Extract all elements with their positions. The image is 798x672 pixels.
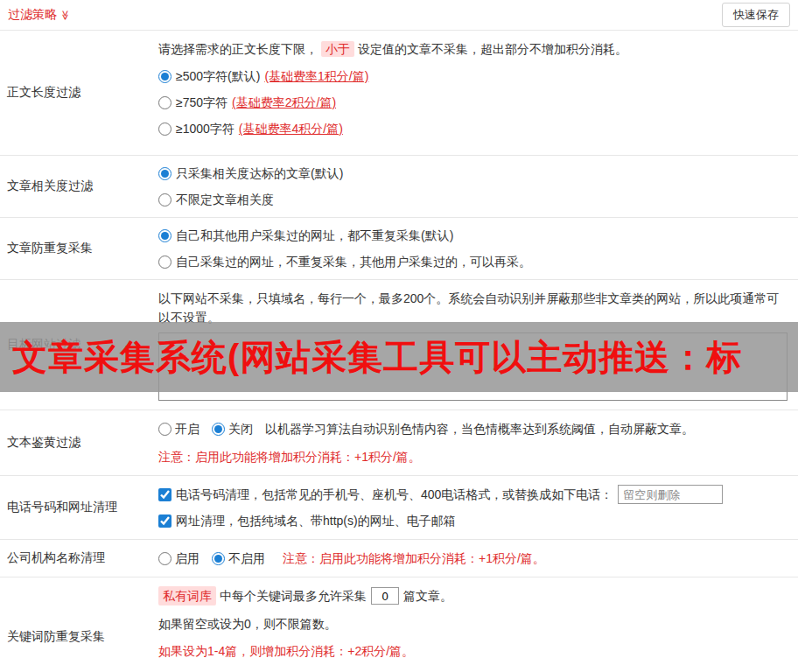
blocked-sites-textarea[interactable] (158, 332, 788, 401)
relevance-option-any-radio[interactable] (158, 193, 172, 206)
dedup-option-global-radio[interactable] (158, 229, 172, 242)
porn-filter-on-radio[interactable] (158, 423, 172, 436)
chevron-down-icon: ≫ (60, 10, 70, 20)
target-site-label: 目标网站过滤 (0, 280, 153, 410)
option-label: 不限定文章相关度 (176, 191, 274, 208)
phone-url-label: 电话号码和网址清理 (0, 476, 153, 539)
option-label: ≥750字符 (176, 94, 228, 111)
porn-filter-content: 开启 关闭 以机器学习算法自动识别色情内容，当色情概率达到系统阈值，自动屏蔽文章… (153, 410, 798, 475)
length-filter-label: 正文长度过滤 (0, 31, 153, 155)
target-site-content: 以下网站不采集，只填域名，每行一个，最多200个。系统会自动识别并屏蔽那些非文章… (153, 280, 798, 410)
desc-post: 设定值的文章不采集，超出部分不增加积分消耗。 (358, 42, 627, 56)
company-clean-content: 启用 不启用 注意：启用此功能将增加积分消耗：+1积分/篇。 (153, 540, 798, 577)
company-clean-off-radio[interactable] (212, 552, 225, 565)
section-keyword-dedup: 关键词防重复采集 私有词库 中每个关键词最多允许采集 篇文章。 如果留空或设为0… (0, 578, 798, 672)
dedup-option-global[interactable]: 自己和其他用户采集过的网址，都不重复采集(默认) (158, 227, 788, 244)
keyword-dedup-content: 私有词库 中每个关键词最多允许采集 篇文章。 如果留空或设为0，则不限篇数。 如… (153, 578, 798, 672)
company-clean-on[interactable]: 启用 (158, 549, 200, 568)
length-option-500[interactable]: ≥500字符(默认) (基础费率1积分/篇) (158, 67, 788, 85)
keyword-note-cost: 如果设为1-4篇，则增加积分消耗：+2积分/篇。 (158, 642, 788, 660)
target-site-desc: 以下网站不采集，只填域名，每行一个，最多200个。系统会自动识别并屏蔽那些非文章… (158, 289, 788, 327)
company-clean-options: 启用 不启用 注意：启用此功能将增加积分消耗：+1积分/篇。 (158, 549, 788, 568)
company-clean-on-radio[interactable] (158, 552, 172, 565)
company-clean-label: 公司机构名称清理 (0, 540, 153, 577)
option-label: 只采集相关度达标的文章(默认) (176, 164, 343, 182)
length-filter-desc: 请选择需求的正文长度下限，小于设定值的文章不采集，超出部分不增加积分消耗。 (158, 39, 788, 59)
url-clean-checkbox[interactable] (158, 514, 172, 528)
less-than-tag: 小于 (321, 41, 354, 57)
company-clean-warning: 注意：启用此功能将增加积分消耗：+1积分/篇。 (283, 549, 545, 568)
phone-clean-text: 电话号码清理，包括常见的手机号、座机号、400电话格式，或替换成如下电话： (176, 485, 612, 504)
length-option-750[interactable]: ≥750字符 (基础费率2积分/篇) (158, 94, 788, 111)
relevance-filter-label: 文章相关度过滤 (0, 156, 153, 217)
option-label: 自己和其他用户采集过的网址，都不重复采集(默认) (176, 227, 453, 244)
section-porn-filter: 文本鉴黄过滤 开启 关闭 以机器学习算法自动识别色情内容，当色情概率达到系统阈值… (0, 410, 798, 476)
phone-clean-checkbox[interactable] (158, 488, 172, 501)
replacement-phone-input[interactable] (618, 485, 723, 504)
relevance-option-strict[interactable]: 只采集相关度达标的文章(默认) (158, 164, 788, 182)
keyword-note-empty: 如果留空或设为0，则不限篇数。 (158, 615, 788, 633)
dedup-content: 自己和其他用户采集过的网址，都不重复采集(默认) 自己采集过的网址，不重复采集，… (153, 218, 798, 279)
option-label: 启用 (175, 549, 200, 568)
option-note: (基础费率1积分/篇) (264, 67, 368, 85)
option-label: ≥500字符(默认) (176, 67, 260, 85)
length-option-500-radio[interactable] (158, 70, 172, 83)
porn-filter-options: 开启 关闭 以机器学习算法自动识别色情内容，当色情概率达到系统阈值，自动屏蔽文章… (158, 419, 788, 438)
length-option-1000[interactable]: ≥1000字符 (基础费率4积分/篇) (158, 120, 788, 137)
relevance-filter-content: 只采集相关度达标的文章(默认) 不限定文章相关度 (153, 156, 798, 217)
porn-filter-label: 文本鉴黄过滤 (0, 410, 153, 475)
company-clean-off[interactable]: 不启用 (212, 549, 265, 568)
section-relevance-filter: 文章相关度过滤 只采集相关度达标的文章(默认) 不限定文章相关度 (0, 156, 798, 218)
relevance-option-any[interactable]: 不限定文章相关度 (158, 191, 788, 208)
option-label: 不启用 (228, 549, 265, 568)
keyword-limit-input[interactable] (371, 587, 399, 605)
keyword-limit-text: 中每个关键词最多允许采集 (220, 587, 367, 605)
filter-strategy-page: 过滤策略 ≫ 快速保存 正文长度过滤 请选择需求的正文长度下限，小于设定值的文章… (0, 0, 798, 672)
page-title[interactable]: 过滤策略 ≫ (8, 7, 71, 23)
url-clean-line: 网址清理，包括纯域名、带http(s)的网址、电子邮箱 (158, 511, 788, 530)
option-label: 自己采集过的网址，不重复采集，其他用户采集过的，可以再采。 (176, 253, 531, 270)
option-note: (基础费率2积分/篇) (232, 94, 336, 111)
option-label: 关闭 (228, 419, 253, 438)
dedup-option-self-radio[interactable] (158, 256, 172, 269)
length-option-1000-radio[interactable] (158, 122, 172, 136)
page-title-text: 过滤策略 (8, 7, 57, 23)
relevance-option-strict-radio[interactable] (158, 167, 172, 180)
section-dedup: 文章防重复采集 自己和其他用户采集过的网址，都不重复采集(默认) 自己采集过的网… (0, 218, 798, 280)
quick-save-button[interactable]: 快速保存 (722, 3, 790, 27)
length-filter-content: 请选择需求的正文长度下限，小于设定值的文章不采集，超出部分不增加积分消耗。 ≥5… (153, 31, 798, 155)
dedup-option-self[interactable]: 自己采集过的网址，不重复采集，其他用户采集过的，可以再采。 (158, 253, 788, 270)
porn-filter-desc: 以机器学习算法自动识别色情内容，当色情概率达到系统阈值，自动屏蔽文章。 (265, 419, 694, 438)
option-label: 开启 (175, 419, 200, 438)
topbar: 过滤策略 ≫ 快速保存 (0, 0, 798, 31)
porn-filter-off-radio[interactable] (212, 423, 225, 436)
keyword-limit-unit: 篇文章。 (403, 587, 452, 605)
porn-filter-warning: 注意：启用此功能将增加积分消耗：+1积分/篇。 (158, 447, 788, 466)
private-lexicon-tag: 私有词库 (158, 586, 216, 606)
dedup-label: 文章防重复采集 (0, 218, 153, 279)
section-phone-url: 电话号码和网址清理 电话号码清理，包括常见的手机号、座机号、400电话格式，或替… (0, 476, 798, 540)
desc-pre: 请选择需求的正文长度下限， (158, 42, 318, 56)
porn-filter-off[interactable]: 关闭 (212, 419, 253, 438)
option-label: ≥1000字符 (176, 120, 234, 137)
keyword-dedup-label: 关键词防重复采集 (0, 578, 153, 672)
phone-url-content: 电话号码清理，包括常见的手机号、座机号、400电话格式，或替换成如下电话： 网址… (153, 476, 798, 539)
length-option-750-radio[interactable] (158, 96, 172, 109)
phone-clean-line: 电话号码清理，包括常见的手机号、座机号、400电话格式，或替换成如下电话： (158, 485, 788, 504)
option-note: (基础费率4积分/篇) (239, 120, 343, 137)
url-clean-text: 网址清理，包括纯域名、带http(s)的网址、电子邮箱 (176, 511, 456, 530)
keyword-limit-line: 私有词库 中每个关键词最多允许采集 篇文章。 (158, 586, 788, 606)
porn-filter-on[interactable]: 开启 (158, 419, 200, 438)
section-length-filter: 正文长度过滤 请选择需求的正文长度下限，小于设定值的文章不采集，超出部分不增加积… (0, 31, 798, 156)
section-target-site: 目标网站过滤 以下网站不采集，只填域名，每行一个，最多200个。系统会自动识别并… (0, 280, 798, 410)
section-company-clean: 公司机构名称清理 启用 不启用 注意：启用此功能将增加积分消耗：+1积分/篇。 (0, 540, 798, 578)
